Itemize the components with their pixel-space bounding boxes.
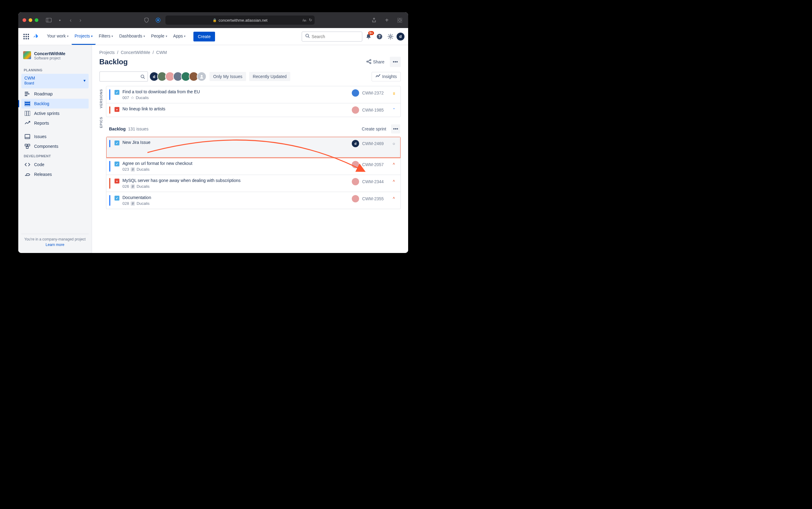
avatar[interactable] [197,72,207,81]
translate-icon[interactable]: 🗛 [302,18,306,23]
nav-your-work[interactable]: Your work▾ [44,28,72,45]
assignee-avatar[interactable] [352,195,359,202]
priority-icon: ^ [392,179,396,184]
svg-rect-35 [26,146,28,148]
issue-key[interactable]: CWM-2372 [362,91,388,95]
forward-button[interactable]: › [76,16,85,24]
sidebar-item-code[interactable]: Code [21,160,88,169]
learn-more-link[interactable]: Learn more [23,243,87,247]
issue-row[interactable]: Find a tool to download data from the EU… [106,86,401,103]
task-type-icon [114,196,119,201]
priority-icon: ^ [392,162,396,167]
app-switcher-icon[interactable] [22,32,31,41]
notifications-icon[interactable]: 9+ [364,32,373,41]
assignee-avatar[interactable]: d [352,140,359,147]
assignee-filter[interactable]: d [151,72,207,81]
back-button[interactable]: ‹ [66,16,75,24]
breadcrumb-project[interactable]: ConcertWithMe [121,50,150,55]
svg-line-42 [143,77,145,79]
sidebar-item-releases[interactable]: Releases [21,169,88,179]
versions-tab[interactable]: VERSIONS [99,89,103,108]
svg-point-38 [370,63,371,64]
maximize-window-button[interactable] [35,18,38,22]
nav-filters[interactable]: Filters▾ [96,28,116,45]
issue-row[interactable]: Agree on url format for new checkout023#… [106,158,401,175]
breadcrumb-projects[interactable]: Projects [99,50,115,55]
issue-subtitle: 023#Ducalis [122,167,349,172]
priority-icon: ○ [392,141,396,146]
issue-key[interactable]: CWM-1985 [362,108,388,112]
settings-icon[interactable] [385,32,395,41]
nav-apps[interactable]: Apps▾ [170,28,189,45]
accent-bar [109,195,110,206]
issue-key[interactable]: CWM-2344 [362,179,388,184]
jira-app: Your work▾ Projects▾ Filters▾ Dashboards… [18,28,408,253]
breadcrumb-key[interactable]: CWM [156,50,167,55]
svg-rect-24 [25,95,27,96]
sidebar-item-reports[interactable]: Reports [21,118,88,128]
nav-projects[interactable]: Projects▾ [72,28,96,45]
sidebar-toggle-icon[interactable] [44,16,53,24]
assignee-avatar[interactable] [352,161,359,168]
share-button[interactable]: Share [363,57,387,67]
share-icon[interactable] [370,16,378,24]
svg-rect-5 [400,18,402,20]
shield-icon[interactable] [142,16,151,24]
create-button[interactable]: Create [193,32,215,41]
reports-icon [24,121,31,125]
search-icon [305,34,310,39]
backlog-more-button[interactable]: ••• [391,124,400,134]
sidebar-item-roadmap[interactable]: Roadmap [21,89,88,99]
filter-recently-updated[interactable]: Recently Updated [249,72,290,81]
svg-rect-0 [46,18,51,22]
issue-key[interactable]: CWM-2057 [362,162,388,167]
project-sidebar: ConcertWithMe Software project PLANNING … [18,45,92,253]
filter-only-my-issues[interactable]: Only My Issues [210,72,246,81]
create-sprint-button[interactable]: Create sprint [362,127,386,131]
tab-overview-icon[interactable] [395,16,404,24]
new-tab-icon[interactable]: + [382,16,391,24]
issue-key[interactable]: CWM-2469 [362,141,388,146]
extension-icon[interactable] [154,16,162,24]
address-bar[interactable]: 🔒 concertwithme.atlassian.net 🗛 ↻ [165,15,315,25]
sidebar-item-backlog[interactable]: Backlog [21,99,88,108]
epics-tab[interactable]: EPICS [99,117,103,128]
sidebar-item-issues[interactable]: Issues [21,132,88,141]
accent-bar [109,161,110,172]
reload-icon[interactable]: ↻ [309,18,312,23]
assignee-avatar[interactable] [352,89,359,97]
issue-key[interactable]: CWM-2355 [362,196,388,201]
priority-icon: ˅ [392,108,396,112]
minimize-window-button[interactable] [29,18,32,22]
profile-avatar[interactable]: d [397,33,404,40]
board-selector[interactable]: CWM Board ▾ [21,74,88,89]
filter-row: d Only My Issues Recently Updated [99,71,401,82]
svg-rect-34 [28,144,30,146]
svg-rect-11 [24,36,25,37]
sidebar-item-active-sprints[interactable]: Active sprints [21,108,88,118]
global-search[interactable] [301,31,363,42]
jira-logo-icon[interactable] [32,32,40,41]
svg-rect-6 [398,21,399,23]
accent-bar [109,140,110,147]
more-actions-button[interactable]: ••• [390,57,401,67]
nav-dashboards[interactable]: Dashboards▾ [116,28,148,45]
svg-rect-26 [25,103,30,104]
issue-row[interactable]: No lineup link to artistsCWM-1985˅ [106,103,401,117]
issue-search-input[interactable] [99,71,148,82]
help-icon[interactable]: ? [375,32,384,41]
nav-people[interactable]: People▾ [148,28,170,45]
chevron-down-icon[interactable]: ▾ [56,16,64,24]
sidebar-item-components[interactable]: Components [21,141,88,151]
issue-row[interactable]: MySQL server has gone away when dealing … [106,175,401,192]
issue-row[interactable]: Documentation028#DucalisCWM-2355^ [106,192,401,209]
sprint-section: Find a tool to download data from the EU… [106,86,401,117]
assignee-avatar[interactable] [352,178,359,185]
issue-row[interactable]: New Jira IssuedCWM-2469○ [106,137,401,158]
close-window-button[interactable] [23,18,26,22]
issue-title: No lineup link to artists [122,106,349,111]
project-type: Software project [34,56,66,60]
assignee-avatar[interactable] [352,106,359,114]
search-input[interactable] [311,34,365,39]
insights-button[interactable]: Insights [372,72,401,81]
